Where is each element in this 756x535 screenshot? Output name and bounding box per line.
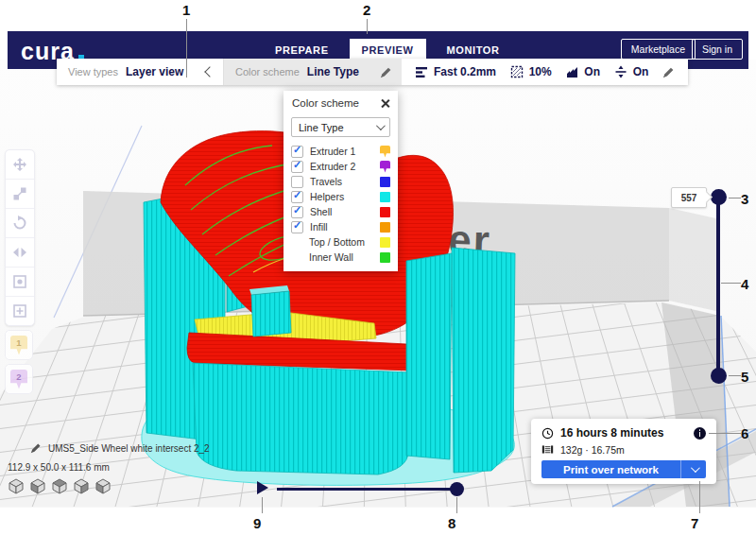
color-scheme-row[interactable]: Travels bbox=[284, 174, 398, 189]
callout-line-3 bbox=[729, 198, 741, 198]
profile-value: Fast 0.2mm bbox=[434, 65, 496, 78]
color-scheme-selector[interactable]: Color scheme Line Type bbox=[224, 59, 402, 85]
color-scheme-dropdown[interactable]: Line Type bbox=[291, 117, 390, 137]
view-types-selector[interactable]: View types Layer view bbox=[57, 59, 224, 85]
tool-rotate-icon[interactable] bbox=[6, 209, 34, 238]
color-scheme-row[interactable]: ✓Shell bbox=[284, 204, 398, 219]
mirror-icon bbox=[12, 245, 27, 260]
color-scheme-row[interactable]: ✓Helpers bbox=[284, 189, 398, 204]
per-model-settings-icon bbox=[12, 274, 27, 289]
print-settings-summary[interactable]: Fast 0.2mm 10% On bbox=[402, 59, 688, 85]
edit-pencil-icon[interactable] bbox=[380, 66, 392, 78]
extruder-2-badge[interactable]: 2 bbox=[5, 364, 33, 394]
layer-slider-bottom-handle[interactable] bbox=[711, 368, 727, 384]
callout-number-1: 1 bbox=[182, 3, 190, 17]
callout-line-8 bbox=[456, 497, 457, 513]
model-dimensions: 112.9 x 50.0 x 111.6 mm bbox=[8, 462, 210, 473]
view-3d-button[interactable] bbox=[8, 477, 25, 499]
rename-pencil-icon[interactable] bbox=[30, 442, 42, 454]
popup-header: Color scheme bbox=[284, 91, 398, 115]
print-over-network-button[interactable]: Print over network bbox=[541, 460, 706, 478]
support-blocker-icon bbox=[12, 303, 27, 319]
callout-line-9 bbox=[262, 497, 263, 513]
layer-number-value: 557 bbox=[681, 193, 697, 203]
clock-icon bbox=[541, 427, 554, 440]
view-types-value: Layer view bbox=[126, 65, 183, 78]
callout-line-4 bbox=[721, 283, 741, 284]
extruder-pin-icon: 1 bbox=[10, 336, 27, 355]
view-front-button[interactable] bbox=[29, 477, 46, 499]
support-value: On bbox=[584, 65, 600, 78]
check-icon: ✓ bbox=[293, 219, 301, 232]
color-swatch bbox=[380, 237, 390, 248]
rotate-icon bbox=[12, 216, 27, 231]
check-icon: ✓ bbox=[293, 204, 301, 216]
layer-height-icon bbox=[415, 65, 428, 78]
cura-preview-window: ker bbox=[0, 0, 756, 535]
tool-per-model-settings-icon[interactable] bbox=[6, 268, 34, 297]
tool-move-icon[interactable] bbox=[6, 150, 34, 180]
sign-in-button[interactable]: Sign in bbox=[692, 39, 743, 60]
view-top-button[interactable] bbox=[51, 477, 68, 499]
checkbox-checked[interactable]: ✓ bbox=[291, 161, 303, 173]
line-type-label: Inner Wall bbox=[309, 251, 353, 263]
color-scheme-row[interactable]: Top / Bottom bbox=[284, 234, 398, 250]
dropdown-value: Line Type bbox=[299, 122, 344, 133]
color-swatch bbox=[380, 192, 390, 202]
checkbox-checked[interactable]: ✓ bbox=[291, 206, 303, 218]
layer-slider-top-handle[interactable] bbox=[711, 189, 727, 205]
extruder-pin-icon: 2 bbox=[10, 370, 27, 389]
info-icon[interactable] bbox=[694, 427, 706, 440]
model-name: UMS5_Side Wheel white intersect 2_2 bbox=[48, 443, 210, 454]
color-scheme-row[interactable]: ✓Infill bbox=[284, 219, 398, 234]
model-info-overlay: UMS5_Side Wheel white intersect 2_2 112.… bbox=[8, 442, 210, 499]
color-scheme-row[interactable]: ✓Extruder 2 bbox=[284, 159, 398, 174]
color-scheme-rows: ✓Extruder 1✓Extruder 2Travels✓Helpers✓Sh… bbox=[284, 144, 398, 265]
print-time-estimate: 16 hours 8 minutes bbox=[560, 426, 663, 440]
color-swatch bbox=[380, 161, 390, 173]
chevron-down-icon bbox=[376, 121, 386, 130]
callout-number-3: 3 bbox=[741, 192, 748, 206]
marketplace-button[interactable]: Marketplace bbox=[621, 39, 696, 60]
play-icon[interactable] bbox=[257, 481, 268, 494]
view-types-label: View types bbox=[68, 66, 118, 78]
color-scheme-row[interactable]: Inner Wall bbox=[284, 250, 398, 265]
callout-number-2: 2 bbox=[363, 3, 370, 17]
callout-line-1 bbox=[186, 19, 187, 78]
checkbox-checked[interactable]: ✓ bbox=[291, 221, 303, 233]
simulation-slider-handle[interactable] bbox=[450, 482, 464, 496]
view-top-icon bbox=[51, 477, 68, 495]
view-right-button[interactable] bbox=[94, 477, 112, 499]
extruder-column: 12 bbox=[5, 330, 35, 394]
profile-setting: Fast 0.2mm bbox=[415, 65, 496, 78]
stage-menu-toolbar: View types Layer view Color scheme Line … bbox=[57, 59, 688, 85]
simulation-slider-track[interactable] bbox=[277, 488, 456, 491]
print-button-dropdown[interactable] bbox=[680, 460, 706, 478]
close-icon[interactable] bbox=[381, 99, 389, 108]
tool-support-blocker-icon[interactable] bbox=[6, 297, 34, 325]
check-icon: ✓ bbox=[293, 189, 301, 201]
edit-print-settings-icon[interactable] bbox=[662, 66, 675, 78]
check-icon: ✓ bbox=[293, 159, 301, 171]
line-type-label: Top / Bottom bbox=[309, 236, 365, 248]
support-icon bbox=[565, 65, 578, 78]
checkbox-unchecked[interactable] bbox=[291, 176, 303, 188]
infill-setting: 10% bbox=[510, 65, 552, 78]
tool-mirror-icon[interactable] bbox=[6, 238, 34, 268]
view-left-button[interactable] bbox=[73, 477, 90, 499]
checkbox-checked[interactable]: ✓ bbox=[291, 146, 303, 158]
infill-icon bbox=[510, 65, 524, 78]
callout-number-8: 8 bbox=[448, 516, 455, 530]
move-icon bbox=[12, 157, 27, 172]
collapse-chevron-icon[interactable] bbox=[204, 66, 215, 77]
callout-line-7 bbox=[699, 481, 700, 513]
color-scheme-row[interactable]: ✓Extruder 1 bbox=[284, 144, 398, 159]
extruder-1-badge[interactable]: 1 bbox=[5, 330, 33, 360]
material-usage-estimate: 132g · 16.75m bbox=[560, 444, 625, 456]
tool-scale-icon[interactable] bbox=[6, 180, 34, 209]
infill-value: 10% bbox=[529, 65, 552, 78]
callout-number-7: 7 bbox=[691, 516, 698, 530]
adhesion-setting: On bbox=[614, 65, 649, 78]
checkbox-checked[interactable]: ✓ bbox=[291, 191, 303, 203]
layer-slider-track[interactable] bbox=[716, 198, 720, 375]
